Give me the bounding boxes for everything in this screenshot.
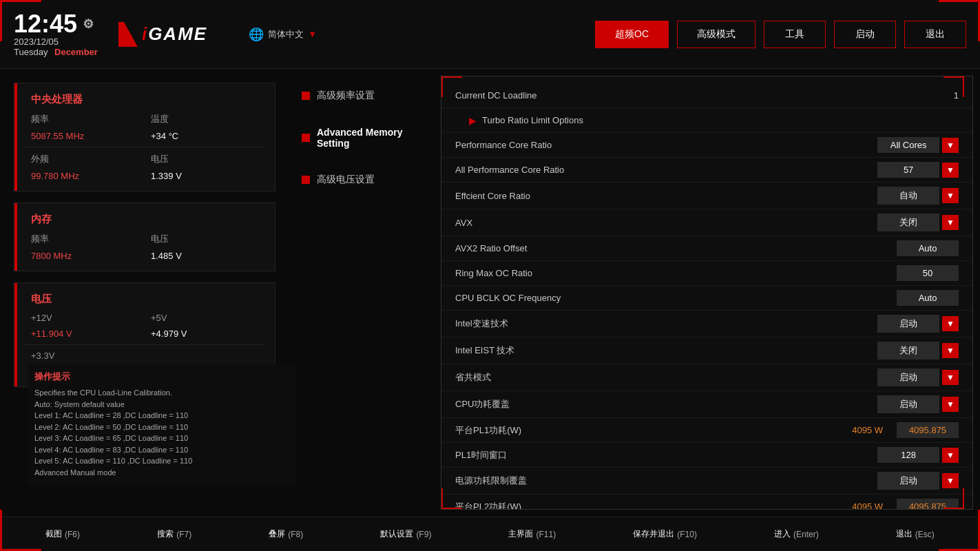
row-ring-max[interactable]: Ring Max OC Ratio 50 bbox=[441, 261, 972, 286]
power-mode-dropdown-icon[interactable]: ▼ bbox=[942, 370, 959, 385]
weekday-month: Tuesday December bbox=[14, 47, 98, 57]
sidebar-menu: 高级频率设置 Advanced MemorySetting 高级电压设置 bbox=[289, 69, 441, 517]
row-pl1-value-box: 4095.875 bbox=[897, 422, 959, 438]
row-avx-value-box[interactable]: 关闭 ▼ bbox=[877, 214, 959, 231]
row-eff-core[interactable]: Effcient Core Ratio 自动 ▼ bbox=[441, 183, 972, 209]
cpu-power-cover-dropdown-icon[interactable]: ▼ bbox=[942, 397, 959, 412]
enter-key: (Enter) bbox=[793, 530, 819, 539]
row-all-perf-core-value-box[interactable]: 57 ▼ bbox=[877, 162, 959, 178]
arrow-right-icon: ▶ bbox=[469, 115, 477, 126]
nav-oc-button[interactable]: 超频OC bbox=[595, 21, 669, 48]
row-avx[interactable]: AVX 关闭 ▼ bbox=[441, 209, 972, 236]
nav-advanced-button[interactable]: 高级模式 bbox=[677, 21, 755, 48]
bottom-key-main[interactable]: 主界面 (F11) bbox=[508, 528, 556, 540]
row-power-mode-value-box[interactable]: 启动 ▼ bbox=[877, 368, 959, 386]
voltage-card-grid: +12V +5V +11.904 V +4.979 V bbox=[25, 313, 264, 339]
row-avx2-label: AVX2 Ratio Offset bbox=[455, 243, 897, 253]
corner-br bbox=[939, 510, 980, 551]
row-avx2-value-box: Auto bbox=[897, 240, 959, 256]
row-intel-speed-label: Intel变速技术 bbox=[455, 318, 877, 330]
eist-dropdown-icon[interactable]: ▼ bbox=[942, 343, 959, 358]
cpu-freq-label: 频率 bbox=[31, 113, 144, 125]
nav-buttons: 超频OC 高级模式 工具 启动 退出 bbox=[595, 21, 966, 48]
intel-speed-dropdown-icon[interactable]: ▼ bbox=[942, 316, 959, 331]
bottom-key-screenshot[interactable]: 截图 (F6) bbox=[45, 528, 80, 540]
bottom-key-escape[interactable]: 退出 (Esc) bbox=[896, 528, 935, 540]
save-key: (F10) bbox=[677, 530, 697, 539]
logo-bar-left bbox=[118, 22, 124, 47]
row-eist-value: 关闭 bbox=[877, 342, 939, 360]
sidebar-label-memory: Advanced MemorySetting bbox=[317, 127, 402, 149]
row-avx2-value: Auto bbox=[897, 240, 959, 256]
power-limit-dropdown-icon[interactable]: ▼ bbox=[942, 473, 959, 488]
nav-boot-button[interactable]: 启动 bbox=[834, 21, 896, 48]
row-perf-core-value-box[interactable]: All Cores ▼ bbox=[877, 137, 959, 153]
cpu-bclk-grid: 外频 电压 99.780 MHz 1.339 V bbox=[25, 153, 264, 181]
bottom-key-overlay[interactable]: 叠屏 (F8) bbox=[269, 528, 303, 540]
cpu-temp-value: +34 °C bbox=[151, 131, 264, 141]
eff-core-dropdown-icon[interactable]: ▼ bbox=[942, 188, 959, 203]
avx-dropdown-icon[interactable]: ▼ bbox=[942, 215, 959, 230]
search-key: (F7) bbox=[176, 530, 191, 539]
rp-corner-bl bbox=[441, 488, 462, 509]
cpu-bclk-value: 99.780 MHz bbox=[31, 171, 144, 181]
v12-label: +12V bbox=[31, 313, 144, 323]
row-perf-core[interactable]: Performance Core Ratio All Cores ▼ bbox=[441, 133, 972, 158]
perf-core-dropdown-icon[interactable]: ▼ bbox=[942, 138, 959, 153]
bottom-key-save[interactable]: 保存并退出 (F10) bbox=[633, 528, 697, 540]
sidebar-item-memory[interactable]: Advanced MemorySetting bbox=[296, 120, 434, 156]
all-perf-core-dropdown-icon[interactable]: ▼ bbox=[942, 163, 959, 178]
row-avx2[interactable]: AVX2 Ratio Offset Auto bbox=[441, 236, 972, 261]
default-key: (F9) bbox=[416, 530, 431, 539]
rp-corner-tl bbox=[441, 76, 462, 97]
main-label: 主界面 bbox=[508, 528, 533, 540]
row-eff-core-value-box[interactable]: 自动 ▼ bbox=[877, 187, 959, 205]
lang-dropdown-arrow[interactable]: ▼ bbox=[308, 29, 317, 39]
pl1-window-dropdown-icon[interactable]: ▼ bbox=[942, 448, 959, 463]
cpu-card-title: 中央处理器 bbox=[25, 93, 264, 106]
bottom-key-enter[interactable]: 进入 (Enter) bbox=[774, 528, 819, 540]
top-bar: 12:45 ⚙ 2023/12/05 Tuesday December iGAM… bbox=[0, 0, 980, 69]
row-power-limit-label: 电源功耗限制覆盖 bbox=[455, 475, 877, 487]
row-intel-speed[interactable]: Intel变速技术 启动 ▼ bbox=[441, 311, 972, 337]
row-eist-value-box[interactable]: 关闭 ▼ bbox=[877, 342, 959, 360]
language-section[interactable]: 🌐 简体中文 ▼ bbox=[249, 27, 317, 42]
row-cpu-power-cover[interactable]: CPU功耗覆盖 启动 ▼ bbox=[441, 391, 972, 418]
main-content: 中央处理器 频率 温度 5087.55 MHz +34 °C 外频 电压 99.… bbox=[0, 69, 980, 517]
enter-label: 进入 bbox=[774, 528, 791, 540]
row-bclk-oc-value-box: Auto bbox=[897, 290, 959, 306]
bottom-key-search[interactable]: 搜索 (F7) bbox=[157, 528, 191, 540]
row-pl1-window[interactable]: PL1时间窗口 128 ▼ bbox=[441, 443, 972, 468]
row-all-perf-core[interactable]: All Performance Core Ratio 57 ▼ bbox=[441, 158, 972, 183]
sidebar-label-freq: 高级频率设置 bbox=[317, 90, 375, 102]
left-panel: 中央处理器 频率 温度 5087.55 MHz +34 °C 外频 电压 99.… bbox=[0, 69, 289, 517]
row-perf-core-label: Performance Core Ratio bbox=[455, 140, 877, 150]
row-cpu-power-cover-value-box[interactable]: 启动 ▼ bbox=[877, 395, 959, 413]
gear-icon[interactable]: ⚙ bbox=[83, 18, 94, 30]
row-power-limit[interactable]: 电源功耗限制覆盖 启动 ▼ bbox=[441, 468, 972, 495]
row-eist-label: Intel EIST 技术 bbox=[455, 344, 877, 357]
row-power-limit-value-box[interactable]: 启动 ▼ bbox=[877, 472, 959, 490]
row-pl1-power[interactable]: 平台PL1功耗(W) 4095 W 4095.875 bbox=[441, 418, 972, 443]
sidebar-item-voltage[interactable]: 高级电压设置 bbox=[296, 167, 434, 193]
row-turbo-ratio[interactable]: ▶ Turbo Ratio Limit Options bbox=[441, 108, 972, 133]
row-pl1-window-value-box[interactable]: 128 ▼ bbox=[877, 447, 959, 463]
sidebar-label-voltage: 高级电压设置 bbox=[317, 174, 375, 186]
help-text: Specifies the CPU Load-Line Calibration.… bbox=[34, 387, 289, 478]
menu-dot-voltage bbox=[302, 176, 310, 184]
row-bclk-oc[interactable]: CPU BCLK OC Frequency Auto bbox=[441, 286, 972, 311]
row-eff-core-label: Effcient Core Ratio bbox=[455, 191, 877, 201]
v5-label: +5V bbox=[151, 313, 264, 323]
row-intel-speed-value-box[interactable]: 启动 ▼ bbox=[877, 315, 959, 333]
sidebar-item-freq[interactable]: 高级频率设置 bbox=[296, 83, 434, 109]
row-eist[interactable]: Intel EIST 技术 关闭 ▼ bbox=[441, 337, 972, 364]
v33-empty bbox=[151, 351, 264, 361]
nav-tools-button[interactable]: 工具 bbox=[764, 21, 826, 48]
row-pl2-power[interactable]: 平台PL2功耗(W) 4095 W 4095.875 bbox=[441, 495, 972, 509]
bottom-key-default[interactable]: 默认设置 (F9) bbox=[380, 528, 431, 540]
row-dc-loadline-label: Current DC Loadline bbox=[455, 90, 917, 101]
row-power-mode[interactable]: 省共模式 启动 ▼ bbox=[441, 364, 972, 391]
row-ring-max-value-box: 50 bbox=[897, 265, 959, 281]
mem-freq-label: 频率 bbox=[31, 233, 144, 245]
v12-value: +11.904 V bbox=[31, 329, 144, 339]
